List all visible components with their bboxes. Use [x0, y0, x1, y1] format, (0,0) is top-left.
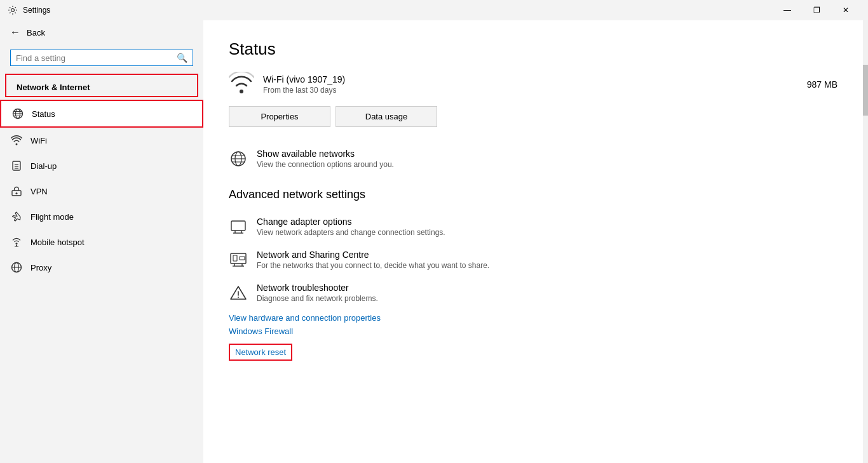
hotspot-icon — [10, 236, 23, 248]
plane-icon — [10, 210, 23, 223]
adapter-options-row[interactable]: Change adapter options View network adap… — [229, 210, 837, 243]
show-networks-desc: View the connection options around you. — [257, 160, 394, 169]
sidebar-item-status-label: Status — [32, 109, 55, 119]
svg-point-9 — [16, 192, 18, 194]
troubleshooter-text: Network troubleshooter Diagnose and fix … — [257, 283, 378, 303]
data-usage-button[interactable]: Data usage — [336, 106, 437, 127]
title-bar-controls: — ❐ ✕ — [773, 0, 860, 20]
close-button[interactable]: ✕ — [831, 0, 860, 20]
sharing-desc: For the networks that you connect to, de… — [257, 261, 489, 270]
svg-rect-25 — [240, 257, 245, 260]
minimize-button[interactable]: — — [773, 0, 802, 20]
sidebar-item-flightmode[interactable]: Flight mode — [0, 204, 203, 229]
network-reset-link[interactable]: Network reset — [229, 344, 292, 361]
troubleshooter-title: Network troubleshooter — [257, 283, 378, 293]
search-input[interactable] — [16, 53, 177, 63]
show-networks-row[interactable]: Show available networks View the connect… — [229, 142, 837, 175]
title-bar: Settings — ❐ ✕ — [0, 0, 868, 20]
troubleshooter-desc: Diagnose and fix network problems. — [257, 294, 378, 303]
wifi-usage: 987 MB — [807, 79, 837, 90]
vpn-icon — [10, 185, 23, 198]
adapter-text: Change adapter options View network adap… — [257, 217, 445, 237]
wifi-subtitle: From the last 30 days — [263, 86, 807, 95]
show-networks-icon — [229, 149, 248, 168]
troubleshooter-icon — [229, 283, 248, 302]
hardware-link[interactable]: View hardware and connection properties — [229, 313, 837, 323]
wifi-info: Wi-Fi (vivo 1907_19) From the last 30 da… — [263, 74, 807, 95]
action-buttons: Properties Data usage — [229, 106, 837, 127]
wifi-name: Wi-Fi (vivo 1907_19) — [263, 74, 807, 84]
svg-point-30 — [238, 297, 239, 298]
wifi-status-row: Wi-Fi (vivo 1907_19) From the last 30 da… — [229, 72, 837, 97]
svg-rect-19 — [231, 221, 245, 231]
sidebar-item-hotspot[interactable]: Mobile hotspot — [0, 229, 203, 255]
sharing-title: Network and Sharing Centre — [257, 250, 489, 260]
search-icon-button[interactable]: 🔍 — [177, 53, 187, 63]
search-container: 🔍 — [0, 44, 203, 71]
sidebar-item-hotspot-label: Mobile hotspot — [31, 238, 85, 247]
maximize-button[interactable]: ❐ — [802, 0, 831, 20]
sidebar-item-vpn[interactable]: VPN — [0, 178, 203, 204]
section-label: Network & Internet — [5, 74, 198, 97]
sharing-icon — [229, 250, 248, 269]
sidebar-item-status[interactable]: Status — [0, 100, 203, 128]
dialup-icon — [10, 159, 23, 172]
app-container: ← Back 🔍 Network & Internet Status — [0, 20, 868, 463]
sharing-row[interactable]: Network and Sharing Centre For the netwo… — [229, 243, 837, 276]
sidebar: ← Back 🔍 Network & Internet Status — [0, 20, 203, 463]
svg-rect-24 — [233, 255, 237, 261]
show-networks-title: Show available networks — [257, 149, 394, 159]
adapter-icon — [229, 217, 248, 236]
sidebar-item-dialup-label: Dial-up — [31, 161, 57, 171]
troubleshooter-row[interactable]: Network troubleshooter Diagnose and fix … — [229, 276, 837, 309]
sidebar-item-proxy[interactable]: Proxy — [0, 255, 203, 280]
firewall-link[interactable]: Windows Firewall — [229, 326, 837, 336]
sidebar-item-proxy-label: Proxy — [31, 263, 51, 272]
scrollbar-thumb[interactable] — [863, 65, 868, 116]
sidebar-item-vpn-label: VPN — [31, 187, 48, 196]
sidebar-item-wifi[interactable]: WiFi — [0, 128, 203, 153]
advanced-title: Advanced network settings — [229, 188, 837, 201]
svg-rect-4 — [13, 161, 20, 170]
adapter-desc: View network adapters and change connect… — [257, 228, 445, 237]
main-content: Status Wi-Fi (vivo 1907_19) From the las… — [203, 20, 863, 463]
sidebar-item-wifi-label: WiFi — [31, 136, 47, 145]
wifi-large-icon — [229, 72, 254, 97]
sidebar-item-dialup[interactable]: Dial-up — [0, 153, 203, 178]
settings-icon — [8, 5, 18, 15]
adapter-title: Change adapter options — [257, 217, 445, 227]
search-box: 🔍 — [10, 50, 193, 66]
properties-button[interactable]: Properties — [229, 106, 330, 127]
back-button[interactable]: ← Back — [0, 20, 203, 44]
scrollbar-track[interactable] — [863, 20, 868, 463]
sidebar-item-flightmode-label: Flight mode — [31, 212, 74, 222]
back-label: Back — [27, 28, 45, 37]
svg-point-0 — [11, 9, 15, 12]
title-bar-title: Settings — [23, 6, 773, 15]
wifi-icon — [10, 134, 23, 147]
sharing-text: Network and Sharing Centre For the netwo… — [257, 250, 489, 270]
show-networks-text: Show available networks View the connect… — [257, 149, 394, 169]
proxy-icon — [10, 261, 23, 274]
status-icon — [11, 107, 24, 120]
page-title: Status — [229, 39, 837, 59]
back-arrow-icon: ← — [10, 27, 20, 38]
